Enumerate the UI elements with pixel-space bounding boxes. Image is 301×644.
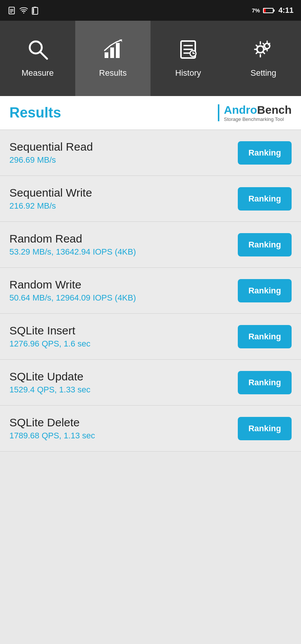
battery-icon	[263, 8, 274, 13]
sim-icon	[8, 6, 16, 15]
bottom-spacer	[0, 452, 301, 610]
brand-logo: AndroBench Storage Benchmarking Tool	[218, 104, 292, 122]
results-icon	[103, 39, 123, 64]
result-value-sqlite-delete: 1789.68 QPS, 1.13 sec	[9, 431, 238, 441]
result-name-random-read: Random Read	[9, 232, 238, 245]
battery-status-icon	[32, 6, 38, 15]
ranking-button-sequential-read[interactable]: Ranking	[238, 141, 292, 165]
ranking-button-sqlite-delete[interactable]: Ranking	[238, 417, 292, 440]
svg-rect-6	[34, 6, 36, 7]
result-row-sqlite-delete: SQLite Delete 1789.68 QPS, 1.13 sec Rank…	[0, 406, 301, 452]
result-info-sqlite-insert: SQLite Insert 1276.96 QPS, 1.6 sec	[9, 324, 238, 349]
tab-setting-label: Setting	[251, 68, 277, 78]
brand-text: AndroBench Storage Benchmarking Tool	[224, 104, 292, 122]
history-icon	[178, 39, 199, 64]
results-header: Results AndroBench Storage Benchmarking …	[0, 96, 301, 130]
tab-history[interactable]: History	[150, 21, 226, 96]
setting-icon	[252, 39, 275, 64]
brand-name-part1: Andro	[224, 104, 257, 116]
result-info-sqlite-update: SQLite Update 1529.4 QPS, 1.33 sec	[9, 370, 238, 395]
result-info-random-write: Random Write 50.64 MB/s, 12964.09 IOPS (…	[9, 278, 238, 303]
result-name-sqlite-delete: SQLite Delete	[9, 416, 238, 429]
result-value-random-read: 53.29 MB/s, 13642.94 IOPS (4KB)	[9, 247, 238, 257]
result-value-sequential-read: 296.69 MB/s	[9, 155, 238, 165]
tab-history-label: History	[175, 68, 201, 78]
result-row-sqlite-insert: SQLite Insert 1276.96 QPS, 1.6 sec Ranki…	[0, 314, 301, 360]
svg-rect-11	[110, 47, 114, 58]
measure-icon	[27, 39, 48, 64]
svg-rect-10	[105, 52, 108, 58]
ranking-button-sequential-write[interactable]: Ranking	[238, 187, 292, 211]
page-title: Results	[9, 105, 61, 121]
result-name-sqlite-update: SQLite Update	[9, 370, 238, 383]
battery-fill	[264, 9, 266, 12]
results-list: Sequential Read 296.69 MB/s Ranking Sequ…	[0, 130, 301, 452]
result-row-random-write: Random Write 50.64 MB/s, 12964.09 IOPS (…	[0, 268, 301, 314]
result-row-sequential-write: Sequential Write 216.92 MB/s Ranking	[0, 176, 301, 222]
result-row-sequential-read: Sequential Read 296.69 MB/s Ranking	[0, 130, 301, 176]
svg-rect-1	[10, 9, 13, 10]
result-row-sqlite-update: SQLite Update 1529.4 QPS, 1.33 sec Ranki…	[0, 360, 301, 406]
result-value-sequential-write: 216.92 MB/s	[9, 201, 238, 211]
time-display: 4:11	[278, 6, 293, 15]
tab-setting[interactable]: Setting	[226, 21, 301, 96]
result-info-sqlite-delete: SQLite Delete 1789.68 QPS, 1.13 sec	[9, 416, 238, 441]
nav-tabs: Measure Results History	[0, 21, 301, 96]
ranking-button-sqlite-insert[interactable]: Ranking	[238, 325, 292, 348]
tab-results-label: Results	[99, 68, 126, 78]
result-info-sequential-read: Sequential Read 296.69 MB/s	[9, 140, 238, 165]
ranking-button-random-read[interactable]: Ranking	[238, 233, 292, 256]
battery-percent: 7%	[252, 7, 260, 14]
svg-rect-2	[10, 11, 13, 11]
result-value-sqlite-insert: 1276.96 QPS, 1.6 sec	[9, 339, 238, 349]
brand-name: AndroBench	[224, 104, 292, 116]
result-value-random-write: 50.64 MB/s, 12964.09 IOPS (4KB)	[9, 293, 238, 303]
result-name-sqlite-insert: SQLite Insert	[9, 324, 238, 337]
result-value-sqlite-update: 1529.4 QPS, 1.33 sec	[9, 385, 238, 395]
result-info-random-read: Random Read 53.29 MB/s, 13642.94 IOPS (4…	[9, 232, 238, 257]
tab-measure[interactable]: Measure	[0, 21, 75, 96]
result-name-random-write: Random Write	[9, 278, 238, 291]
status-bar: 7% 4:11	[0, 0, 301, 21]
brand-divider	[218, 104, 219, 121]
svg-rect-3	[10, 12, 12, 12]
result-name-sequential-read: Sequential Read	[9, 140, 238, 153]
svg-line-9	[40, 52, 47, 59]
status-bar-right: 7% 4:11	[252, 6, 293, 15]
ranking-button-random-write[interactable]: Ranking	[238, 279, 292, 302]
svg-rect-12	[116, 43, 120, 58]
svg-rect-7	[33, 8, 34, 14]
result-row-random-read: Random Read 53.29 MB/s, 13642.94 IOPS (4…	[0, 222, 301, 268]
tab-measure-label: Measure	[21, 68, 54, 78]
tab-results[interactable]: Results	[75, 21, 150, 96]
brand-name-part2: Bench	[257, 104, 292, 116]
ranking-button-sqlite-update[interactable]: Ranking	[238, 371, 292, 394]
svg-point-4	[23, 12, 24, 14]
status-bar-left	[8, 6, 38, 15]
brand-tagline: Storage Benchmarking Tool	[224, 116, 284, 122]
result-info-sequential-write: Sequential Write 216.92 MB/s	[9, 186, 238, 211]
result-name-sequential-write: Sequential Write	[9, 186, 238, 199]
wifi-icon	[20, 6, 28, 15]
